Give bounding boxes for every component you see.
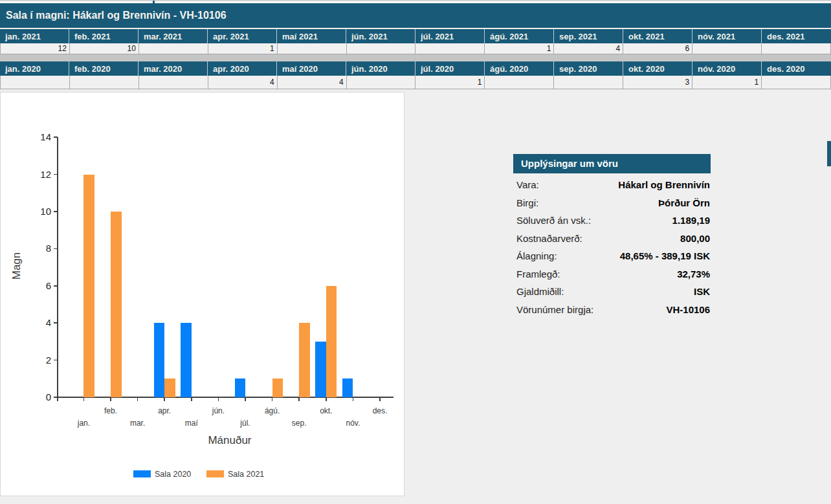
month-value-cell-2021[interactable] [139, 43, 208, 54]
month-value-cell-2021[interactable] [416, 43, 485, 54]
month-header-cell-2020[interactable]: jún. 2020 [346, 61, 416, 76]
svg-text:Magn: Magn [10, 252, 23, 280]
month-value-cell-2020[interactable]: 4 [208, 76, 278, 89]
month-value-cell-2021[interactable]: 6 [623, 43, 692, 54]
month-value-cell-2021[interactable] [347, 43, 416, 54]
svg-text:feb.: feb. [104, 406, 117, 415]
month-header-cell-2021[interactable]: apr. 2021 [208, 29, 277, 43]
month-header-cell-2020[interactable]: apr. 2020 [208, 61, 277, 76]
month-header-cell-2020[interactable]: mar. 2020 [138, 61, 208, 76]
info-value: 800,00 [680, 233, 710, 244]
month-header-cell-2020[interactable]: sep. 2020 [554, 61, 623, 76]
month-value-cell-2020[interactable]: 1 [692, 76, 762, 89]
month-value-cell-2020[interactable] [1, 76, 70, 89]
month-value-cell-2020[interactable] [347, 76, 416, 89]
month-value-cell-2021[interactable]: 4 [554, 43, 623, 54]
info-value: VH-10106 [666, 304, 710, 315]
svg-text:Mánuður: Mánuður [208, 434, 251, 446]
svg-text:ágú.: ágú. [265, 406, 280, 415]
month-header-cell-2021[interactable]: feb. 2021 [69, 29, 138, 43]
svg-text:6: 6 [46, 280, 51, 291]
sales-bar-chart: 02468101214jan.feb.mar.apr.maíjún.júl.ág… [1, 93, 404, 496]
info-row: Birgi:Þórður Örn [513, 194, 711, 212]
month-header-cell-2021[interactable]: mar. 2021 [138, 29, 208, 43]
month-header-cell-2020[interactable]: okt. 2020 [623, 61, 692, 76]
month-value-cell-2021[interactable]: 1 [485, 43, 554, 54]
month-header-cell-2021[interactable]: maí 2021 [277, 29, 346, 43]
info-value: Þórður Örn [658, 197, 710, 208]
svg-text:Sala 2020: Sala 2020 [155, 470, 191, 479]
month-value-cell-2020[interactable] [485, 76, 554, 89]
svg-text:maí: maí [185, 419, 199, 428]
month-value-cell-2020[interactable]: 1 [416, 76, 485, 89]
info-rows: Vara:Hákarl og BrennivínBirgi:Þórður Örn… [513, 176, 711, 318]
svg-text:12: 12 [40, 169, 51, 180]
month-header-cell-2021[interactable]: júl. 2021 [416, 29, 485, 43]
month-header-cell-2021[interactable]: sep. 2021 [554, 29, 623, 43]
month-value-cell-2020[interactable] [762, 76, 831, 89]
month-header-cell-2021[interactable]: nóv. 2021 [692, 29, 762, 43]
info-label: Kostnaðarverð: [516, 233, 582, 244]
svg-text:2: 2 [46, 355, 51, 366]
info-row: Kostnaðarverð:800,00 [513, 230, 711, 248]
svg-text:0: 0 [46, 391, 51, 402]
info-row: Álagning:48,65% - 389,19 ISK [513, 247, 711, 265]
svg-text:jún.: jún. [212, 406, 225, 415]
info-value: 1.189,19 [672, 215, 710, 226]
svg-text:des.: des. [373, 406, 388, 415]
month-value-cell-2021[interactable]: 12 [1, 43, 70, 54]
info-panel-header: Upplýsingar um vöru [513, 154, 711, 173]
info-row: Framlegð:32,73% [513, 265, 711, 283]
month-value-cell-2021[interactable]: 1 [208, 43, 278, 54]
scrollbar-thumb[interactable] [827, 141, 831, 166]
info-value: 32,73% [677, 268, 710, 279]
month-header-cell-2020[interactable]: feb. 2020 [69, 61, 138, 76]
month-value-cell-2020[interactable] [139, 76, 208, 89]
month-header-cell-2021[interactable]: jan. 2021 [0, 29, 69, 43]
svg-text:10: 10 [40, 206, 51, 217]
month-value-cell-2021[interactable] [278, 43, 347, 54]
info-label: Gjaldmiðill: [516, 286, 564, 297]
svg-text:sep.: sep. [292, 419, 307, 428]
table-divider [0, 54, 831, 61]
svg-text:Sala 2021: Sala 2021 [228, 470, 264, 479]
month-header-cell-2020[interactable]: júl. 2020 [416, 61, 485, 76]
info-value: ISK [694, 286, 710, 297]
month-header-cell-2021[interactable]: des. 2021 [762, 29, 831, 43]
svg-text:8: 8 [46, 243, 51, 254]
svg-text:14: 14 [40, 131, 51, 142]
month-value-cell-2020[interactable] [554, 76, 623, 89]
month-value-cell-2020[interactable]: 4 [278, 76, 347, 89]
month-value-cell-2021[interactable] [762, 43, 831, 54]
info-label: Álagning: [516, 250, 557, 261]
month-header-cell-2020[interactable]: ágú. 2020 [485, 61, 554, 76]
report-title: Sala í magni: Hákarl og Brennivín - VH-1… [0, 3, 831, 28]
info-row: Söluverð án vsk.:1.189,19 [513, 212, 711, 230]
sales-chart-panel: 02468101214jan.feb.mar.apr.maíjún.júl.ág… [0, 92, 404, 496]
info-value: 48,65% - 389,19 ISK [620, 250, 710, 261]
svg-text:apr.: apr. [158, 406, 171, 415]
month-header-cell-2021[interactable]: jún. 2021 [346, 29, 416, 43]
info-row: Vörunúmer birgja:VH-10106 [513, 301, 711, 319]
month-header-cell-2020[interactable]: nóv. 2020 [692, 61, 762, 76]
month-value-cell-2021[interactable]: 10 [70, 43, 139, 54]
info-label: Birgi: [516, 197, 538, 208]
info-label: Framlegð: [516, 268, 560, 279]
month-header-cell-2021[interactable]: okt. 2021 [623, 29, 692, 43]
svg-text:4: 4 [46, 317, 51, 328]
month-value-cell-2021[interactable] [692, 43, 762, 54]
info-value: Hákarl og Brennivín [618, 179, 710, 190]
info-label: Vörunúmer birgja: [516, 304, 593, 315]
svg-text:mar.: mar. [130, 419, 145, 428]
month-header-cell-2020[interactable]: des. 2020 [762, 61, 831, 76]
month-value-row-2020: 44131 [0, 76, 831, 89]
info-row: Gjaldmiðill:ISK [513, 283, 711, 301]
info-label: Söluverð án vsk.: [516, 215, 591, 226]
month-header-cell-2020[interactable]: jan. 2020 [0, 61, 69, 76]
month-header-cell-2020[interactable]: maí 2020 [277, 61, 346, 76]
month-value-row-2021: 12101146 [0, 43, 831, 54]
svg-text:okt.: okt. [320, 406, 332, 415]
month-value-cell-2020[interactable]: 3 [623, 76, 692, 89]
month-header-cell-2021[interactable]: ágú. 2021 [485, 29, 554, 43]
month-value-cell-2020[interactable] [70, 76, 139, 89]
